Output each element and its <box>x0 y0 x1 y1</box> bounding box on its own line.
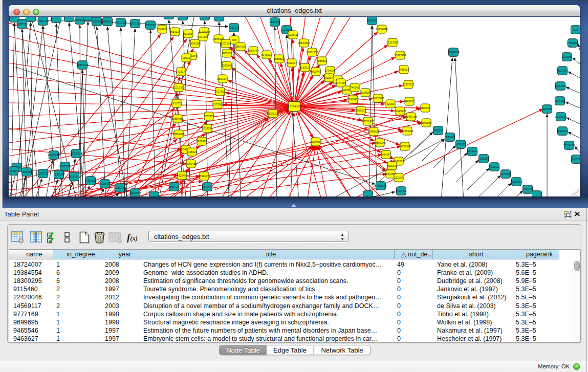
svg-text:8471676: 8471676 <box>500 172 511 176</box>
svg-text:19756928: 19756928 <box>399 145 410 148</box>
svg-text:10210643: 10210643 <box>555 115 567 118</box>
svg-text:9498222: 9498222 <box>187 150 197 154</box>
svg-text:10654112: 10654112 <box>511 180 522 183</box>
svg-text:7357224: 7357224 <box>229 26 239 29</box>
svg-text:8938923: 8938923 <box>445 136 455 139</box>
svg-text:1527602: 1527602 <box>92 20 102 23</box>
svg-text:9699695: 9699695 <box>421 121 431 124</box>
svg-text:7485063: 7485063 <box>399 68 409 71</box>
svg-text:1112: 1112 <box>573 28 579 31</box>
svg-text:1588520: 1588520 <box>274 57 284 60</box>
svg-text:546: 546 <box>232 38 237 41</box>
svg-text:252254: 252254 <box>394 176 403 179</box>
svg-text:16782759: 16782759 <box>114 186 125 189</box>
svg-text:15720407: 15720407 <box>362 120 374 123</box>
svg-text:62160: 62160 <box>387 102 395 105</box>
svg-text:7625402: 7625402 <box>177 174 187 177</box>
svg-text:9463627: 9463627 <box>404 100 415 103</box>
svg-text:9857721: 9857721 <box>169 185 179 188</box>
svg-text:2935114: 2935114 <box>478 157 489 160</box>
svg-text:9115460: 9115460 <box>420 106 430 110</box>
svg-text:2867608: 2867608 <box>235 45 246 48</box>
svg-text:12093822: 12093822 <box>554 84 566 87</box>
svg-text:7515526: 7515526 <box>145 24 156 27</box>
svg-text:9777169: 9777169 <box>336 81 346 84</box>
svg-text:6479197: 6479197 <box>455 143 466 146</box>
svg-text:1810755: 1810755 <box>171 102 182 105</box>
svg-text:1621072: 1621072 <box>324 76 334 79</box>
svg-text:1571644: 1571644 <box>202 185 212 188</box>
svg-text:1640954: 1640954 <box>433 129 443 132</box>
svg-text:19654985: 19654985 <box>171 117 183 120</box>
svg-text:8878334: 8878334 <box>197 140 207 143</box>
svg-text:20206556: 20206556 <box>48 154 59 157</box>
svg-text:17359924: 17359924 <box>70 152 82 155</box>
svg-text:39119: 39119 <box>10 169 17 172</box>
svg-text:9146821: 9146821 <box>262 53 272 56</box>
svg-text:10688609: 10688609 <box>367 130 379 133</box>
svg-text:2718176: 2718176 <box>176 70 186 73</box>
svg-text:1167533: 1167533 <box>571 158 580 161</box>
svg-text:17016504: 17016504 <box>563 144 575 147</box>
svg-text:7663822: 7663822 <box>157 28 167 31</box>
svg-text:19384554: 19384554 <box>310 140 321 143</box>
svg-text:16543362: 16543362 <box>189 42 201 45</box>
svg-text:3267115: 3267115 <box>204 115 214 118</box>
svg-text:20364436: 20364436 <box>347 98 359 101</box>
svg-text:16961758: 16961758 <box>306 51 318 54</box>
svg-text:9245652: 9245652 <box>522 188 533 191</box>
svg-text:7632621: 7632621 <box>489 165 499 168</box>
svg-text:8660124: 8660124 <box>170 30 180 33</box>
svg-text:10807487: 10807487 <box>372 97 384 100</box>
svg-text:15692971: 15692971 <box>556 129 568 133</box>
svg-text:1145194: 1145194 <box>54 173 64 176</box>
svg-text:9242848: 9242848 <box>222 64 232 67</box>
svg-text:10958107: 10958107 <box>99 182 111 185</box>
svg-text:7955812: 7955812 <box>317 59 327 62</box>
svg-text:8813054: 8813054 <box>270 20 280 24</box>
svg-text:11325419: 11325419 <box>287 33 299 36</box>
svg-text:18300275: 18300275 <box>267 112 278 115</box>
svg-text:8322037: 8322037 <box>287 61 297 64</box>
svg-text:8454749: 8454749 <box>248 49 258 52</box>
svg-text:27691406: 27691406 <box>37 19 49 23</box>
svg-text:1615132: 1615132 <box>387 164 397 167</box>
svg-text:14055715: 14055715 <box>16 23 28 26</box>
svg-text:8990448: 8990448 <box>311 70 321 73</box>
svg-text:16914479: 16914479 <box>198 174 210 178</box>
svg-text:9084067: 9084067 <box>381 153 391 156</box>
svg-text:17957225: 17957225 <box>84 179 96 182</box>
svg-text:1733426: 1733426 <box>396 189 406 192</box>
svg-text:1115682: 1115682 <box>21 170 32 173</box>
svg-text:8912954: 8912954 <box>183 32 193 35</box>
svg-text:18640910: 18640910 <box>298 41 310 45</box>
svg-text:9327505: 9327505 <box>198 35 208 38</box>
svg-text:9474444: 9474444 <box>467 150 477 153</box>
svg-text:15495768: 15495768 <box>405 115 417 118</box>
svg-text:14136141: 14136141 <box>375 184 386 187</box>
svg-text:98901: 98901 <box>183 56 190 59</box>
svg-text:12505135: 12505135 <box>68 175 80 178</box>
svg-text:12213967: 12213967 <box>386 41 398 44</box>
svg-text:3624554: 3624554 <box>360 91 371 94</box>
svg-text:12942757: 12942757 <box>37 172 49 175</box>
svg-text:3875685: 3875685 <box>222 52 232 55</box>
svg-text:19166825: 19166825 <box>172 133 184 136</box>
svg-text:6794028: 6794028 <box>325 69 335 72</box>
svg-text:18807249: 18807249 <box>374 141 385 144</box>
svg-text:15751074: 15751074 <box>567 41 578 45</box>
svg-text:9227342: 9227342 <box>557 69 568 72</box>
svg-text:1162615: 1162615 <box>300 66 310 69</box>
svg-text:18724007: 18724007 <box>288 105 301 108</box>
svg-text:12213363: 12213363 <box>172 86 184 89</box>
svg-text:10671355: 10671355 <box>129 22 141 25</box>
svg-text:8215955: 8215955 <box>542 107 552 111</box>
svg-text:12975115: 12975115 <box>403 83 415 86</box>
svg-text:9327506: 9327506 <box>221 42 231 45</box>
svg-text:17654923: 17654923 <box>401 129 413 133</box>
svg-text:2687682: 2687682 <box>367 19 377 22</box>
svg-text:12923448: 12923448 <box>129 191 141 194</box>
svg-text:6466160: 6466160 <box>102 20 113 23</box>
svg-text:1244415: 1244415 <box>555 99 565 102</box>
svg-text:10975887: 10975887 <box>59 165 71 168</box>
